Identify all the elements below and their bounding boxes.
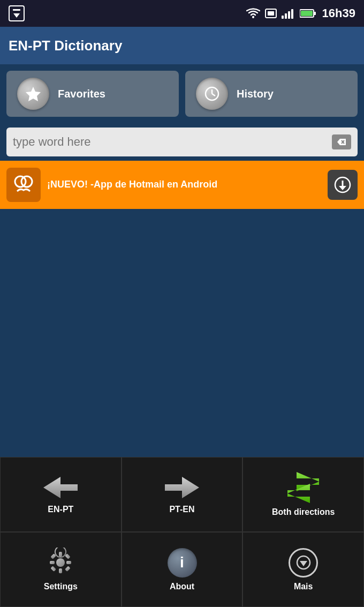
svg-rect-36 — [65, 566, 71, 572]
history-button[interactable]: History — [185, 71, 358, 117]
arrow-both-icon — [280, 472, 326, 503]
svg-rect-35 — [51, 566, 57, 572]
svg-marker-25 — [165, 477, 199, 498]
svg-rect-0 — [13, 9, 20, 11]
nav-en-pt[interactable]: EN-PT — [0, 457, 122, 532]
nav-pt-en[interactable]: PT-EN — [122, 457, 243, 532]
svg-rect-32 — [66, 561, 71, 564]
nav-settings-label: Settings — [44, 582, 78, 591]
main-content — [0, 209, 364, 457]
nav-both-label: Both directions — [272, 507, 335, 517]
svg-marker-16 — [337, 139, 346, 145]
gear-icon — [46, 548, 75, 578]
bottom-nav: EN-PT PT-EN — [0, 457, 364, 607]
star-icon — [17, 78, 49, 110]
wifi-icon — [246, 8, 260, 19]
svg-rect-6 — [285, 13, 287, 19]
svg-marker-12 — [26, 87, 41, 101]
nav-about[interactable]: i About — [122, 532, 243, 607]
svg-line-15 — [212, 94, 215, 96]
svg-marker-23 — [339, 186, 346, 190]
nav-en-pt-label: EN-PT — [48, 505, 73, 514]
svg-rect-29 — [59, 552, 62, 557]
ad-text: ¡NUEVO! -App de Hotmail en Android — [47, 178, 321, 191]
history-label: History — [237, 88, 274, 100]
svg-rect-5 — [282, 16, 284, 19]
svg-rect-8 — [291, 9, 293, 19]
app-title: EN-PT Dictionary — [9, 38, 122, 54]
favorites-button[interactable]: Favorites — [6, 71, 179, 117]
status-bar: 16h39 — [0, 0, 364, 27]
svg-rect-31 — [50, 561, 55, 564]
svg-point-20 — [21, 176, 32, 187]
sim-icon — [264, 8, 277, 19]
svg-point-28 — [56, 558, 65, 567]
buttons-row: Favorites History — [0, 64, 364, 123]
title-bar: EN-PT Dictionary — [0, 27, 364, 64]
clock-icon — [196, 78, 228, 110]
bottom-nav-row-1: EN-PT PT-EN — [0, 457, 364, 532]
search-bar — [0, 123, 364, 161]
ad-banner[interactable]: ¡NUEVO! -App de Hotmail en Android — [0, 161, 364, 209]
nav-settings[interactable]: Settings — [0, 532, 122, 607]
battery-icon — [300, 9, 316, 18]
nav-mais[interactable]: Mais — [242, 532, 364, 607]
search-input[interactable] — [13, 135, 328, 149]
svg-rect-10 — [301, 11, 313, 16]
nav-both-directions[interactable]: Both directions — [242, 457, 364, 532]
ad-icon — [6, 168, 41, 202]
svg-rect-30 — [59, 568, 62, 573]
info-icon: i — [168, 548, 197, 578]
download-status-icon — [9, 5, 25, 21]
svg-marker-24 — [43, 477, 78, 498]
svg-rect-4 — [268, 11, 274, 16]
bottom-nav-row-2: Settings i About Mais — [0, 532, 364, 607]
svg-rect-7 — [288, 11, 290, 19]
svg-point-2 — [252, 16, 254, 18]
arrow-right-icon — [163, 475, 201, 500]
favorites-label: Favorites — [58, 88, 105, 100]
ad-download-button[interactable] — [328, 170, 358, 200]
arrow-left-icon — [41, 475, 80, 500]
search-input-wrapper — [6, 128, 358, 156]
nav-about-label: About — [170, 582, 194, 591]
nav-mais-label: Mais — [294, 582, 313, 591]
signal-icon — [282, 8, 295, 19]
svg-marker-38 — [300, 561, 307, 566]
clear-button[interactable] — [332, 134, 351, 149]
nav-pt-en-label: PT-EN — [169, 505, 194, 514]
svg-rect-11 — [314, 12, 316, 15]
time-display: 16h39 — [322, 6, 355, 20]
svg-marker-1 — [13, 13, 20, 18]
down-icon — [289, 548, 318, 578]
